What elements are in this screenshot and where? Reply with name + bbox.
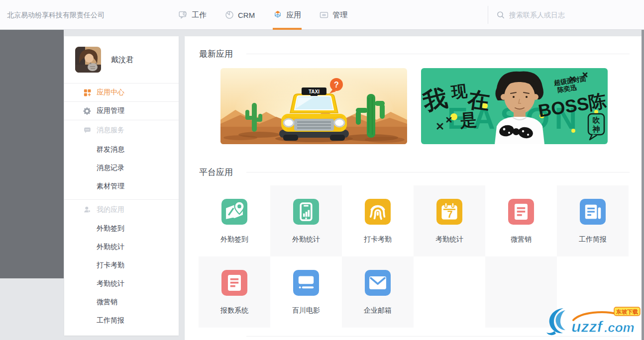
main-nav: 工作 CRM 应用 管理 <box>178 0 365 30</box>
watermark-site-text: uzzf <box>571 318 604 336</box>
sidebar-item-field-checkin[interactable]: 外勤签到 <box>64 219 179 238</box>
pie-chart-icon <box>224 10 234 20</box>
section-latest-apps: 最新应用 <box>199 49 630 59</box>
mail-icon <box>365 270 391 296</box>
vertical-scrollbar[interactable] <box>642 30 644 340</box>
sidebar-item-field-stats[interactable]: 外勤统计 <box>64 238 179 256</box>
nav-tab-admin[interactable]: 管理 <box>319 0 347 30</box>
nav-label: 工作 <box>192 10 207 20</box>
nav-label: 管理 <box>332 10 347 20</box>
sidebar-item-material-manage[interactable]: 素材管理 <box>64 177 179 195</box>
map-pin-icon <box>221 199 247 225</box>
sidebar-group-label: 我的应用 <box>97 205 124 214</box>
search-input[interactable] <box>509 11 624 19</box>
svg-text:在: 在 <box>466 86 491 114</box>
app-label: 打卡考勤 <box>342 235 414 244</box>
user-profile: 戴汶君 <box>64 36 179 84</box>
sidebar-group-message-service: 消息服务 <box>64 120 179 140</box>
app-cell-report-system[interactable]: 报数系统 <box>199 256 270 328</box>
sidebar-item-clock-attendance[interactable]: 打卡考勤 <box>64 256 179 274</box>
app-label: 企业邮箱 <box>342 306 414 315</box>
svg-text:神: 神 <box>592 125 600 133</box>
app-cell-field-stats[interactable]: 外勤统计 <box>270 185 342 256</box>
app-grid-icon <box>83 88 92 97</box>
svg-text:是: 是 <box>459 110 478 130</box>
site-watermark: uzzf .com 东坡下载 <box>543 306 641 339</box>
company-name[interactable]: 北京易动纷享科技有限责任公司 <box>7 0 105 30</box>
section-divider <box>246 172 630 172</box>
sidebar-item-app-center[interactable]: 应用中心 <box>64 84 179 102</box>
cube-icon <box>273 10 283 20</box>
taxi-sign-text: TAXI <box>309 89 320 94</box>
doc-lines-icon <box>221 270 247 296</box>
banner-taxi[interactable]: TAXI ? <box>220 68 407 144</box>
sidebar-item-label: 应用中心 <box>97 88 124 97</box>
section-title: 平台应用 <box>199 167 233 178</box>
app-label: 报数系统 <box>199 306 270 315</box>
sidebar-item-work-briefing[interactable]: 工作简报 <box>64 311 179 330</box>
app-label: 外勤统计 <box>270 235 342 244</box>
top-bar: 北京易动纷享科技有限责任公司 工作 CRM 应用 <box>0 0 644 30</box>
sidebar-group-my-apps: 我的应用 <box>64 199 179 219</box>
section-platform-apps: 平台应用 <box>199 167 630 177</box>
banner-row: TAXI ? EASON <box>220 68 608 144</box>
sidebar-item-app-manage[interactable]: 应用管理 <box>64 102 179 120</box>
watermark-badge: 东坡下载 <box>614 307 640 316</box>
section-divider <box>246 54 630 54</box>
watermark-swirl-logo <box>546 308 565 335</box>
app-cell-attendance-stats[interactable]: 7 考勤统计 <box>414 185 485 256</box>
sidebar-item-attendance-stats[interactable]: 考勤统计 <box>64 274 179 293</box>
app-cell-field-checkin[interactable]: 外勤签到 <box>199 185 270 256</box>
main-content: 最新应用 <box>185 36 642 340</box>
app-cell-clock-attendance[interactable]: 打卡考勤 <box>342 185 414 256</box>
banner-eason[interactable]: EASON <box>421 68 608 144</box>
active-tab-underline <box>273 28 302 30</box>
app-cell-work-briefing[interactable]: 工作简报 <box>557 185 629 256</box>
empty-cell <box>414 256 485 328</box>
sidebar-item-micro-marketing[interactable]: 微营销 <box>64 293 179 311</box>
sidebar-item-bulk-message[interactable]: 群发消息 <box>64 140 179 159</box>
calendar-7-icon: 7 <box>436 199 462 225</box>
left-dark-panel <box>0 30 64 278</box>
taxi-question-text: ? <box>334 81 339 89</box>
phone-chart-icon <box>293 199 319 225</box>
app-label: 外勤签到 <box>199 235 270 244</box>
svg-text:7: 7 <box>447 209 453 220</box>
search-box <box>488 6 637 24</box>
section-title: 最新应用 <box>199 48 233 60</box>
doc-lines-icon <box>508 199 534 225</box>
app-cell-micro-marketing[interactable]: 微营销 <box>485 185 557 256</box>
app-label: 考勤统计 <box>414 235 485 244</box>
watermark-tld-text: .com <box>604 320 635 335</box>
nav-tab-crm[interactable]: CRM <box>224 0 255 30</box>
admin-card-icon <box>319 10 329 20</box>
app-cell-movie[interactable]: 百川电影 <box>270 256 342 328</box>
sidebar-item-message-log[interactable]: 消息记录 <box>64 159 179 177</box>
user-name: 戴汶君 <box>111 55 133 65</box>
nav-tab-apps[interactable]: 应用 <box>273 0 301 30</box>
sidebar-group-label: 消息服务 <box>97 126 124 135</box>
avatar[interactable] <box>75 47 101 73</box>
nav-label: 应用 <box>286 10 301 20</box>
sidebar: 戴汶君 应用中心 应用管理 消息服务 群发消息 消息记录 素材管理 <box>64 36 179 336</box>
sidebar-item-label: 应用管理 <box>97 106 124 115</box>
briefing-icon <box>580 199 606 225</box>
chat-bubble-icon <box>178 10 188 20</box>
fingerprint-icon <box>365 199 391 225</box>
person-icon <box>83 205 92 214</box>
movie-card-icon <box>293 270 319 296</box>
svg-text:现: 现 <box>449 82 468 101</box>
app-label: 百川电影 <box>270 306 342 315</box>
app-label: 工作简报 <box>557 235 629 244</box>
nav-label: CRM <box>238 11 255 19</box>
chat-dots-icon <box>83 126 92 135</box>
gear-icon <box>83 106 92 116</box>
svg-text:吹: 吹 <box>593 116 601 124</box>
nav-tab-work[interactable]: 工作 <box>178 0 207 30</box>
app-cell-mail[interactable]: 企业邮箱 <box>342 256 414 328</box>
app-label: 微营销 <box>485 235 557 244</box>
search-icon <box>496 10 505 19</box>
svg-text:东坡下载: 东坡下载 <box>616 309 638 315</box>
